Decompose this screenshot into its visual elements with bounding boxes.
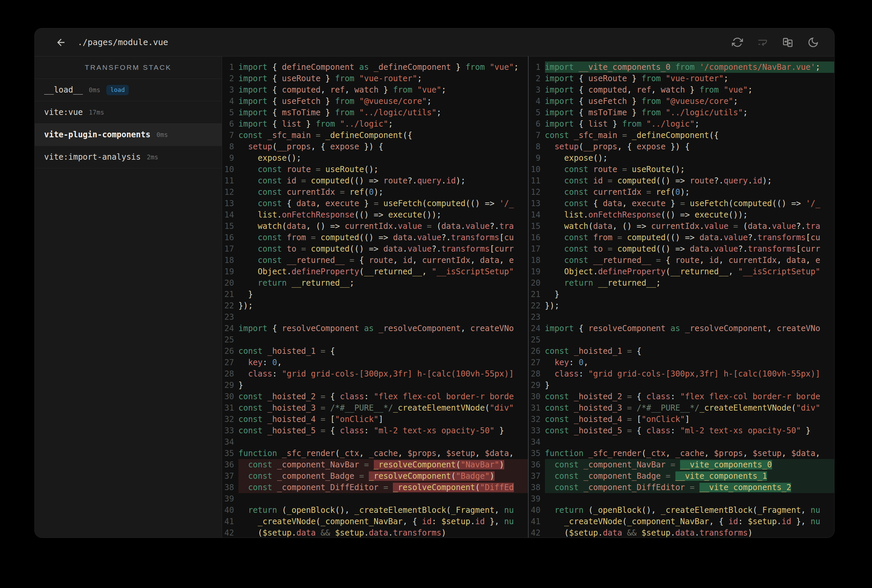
code-line-right-2: 2import { useRoute } from "vue-router";	[529, 73, 834, 84]
line-number: 31	[529, 402, 545, 414]
line-number: 20	[222, 277, 238, 289]
line-number: 19	[222, 266, 238, 277]
sidebar-item-vite-import-analysis[interactable]: vite:import-analysis2ms	[35, 146, 222, 168]
code-line-left-17: 17 const to = computed(() => data.value?…	[222, 243, 528, 255]
code-line-right-20: 20 return __returned__;	[529, 277, 834, 289]
line-number: 25	[529, 334, 545, 345]
line-number: 41	[222, 516, 238, 527]
code-text: const id = computed(() => route?.query.i…	[545, 175, 834, 186]
code-line-right-6: 6import { list } from "../logic";	[529, 118, 834, 130]
code-text: }	[238, 380, 528, 391]
code-text: key: 0,	[545, 357, 834, 368]
code-text: const _hoisted_5 = { class: "ml-2 text-x…	[545, 425, 834, 436]
line-number: 16	[222, 232, 238, 243]
code-text: import { useRoute } from "vue-router";	[545, 73, 834, 84]
code-text: list.onFetchResponse(() => execute());	[238, 209, 528, 220]
code-line-right-40: 40 return (_openBlock(), _createElementB…	[529, 504, 834, 516]
code-text: import __vite_components_0 from '/compon…	[545, 62, 834, 73]
plugin-name: vite:import-analysis	[44, 152, 141, 162]
code-line-left-36: 36 const _component_NavBar = _resolveCom…	[222, 459, 528, 470]
code-line-left-14: 14 list.onFetchResponse(() => execute())…	[222, 209, 528, 220]
code-text: const _hoisted_1 = {	[545, 345, 834, 357]
code-text	[238, 436, 528, 448]
code-text: ($setup.data && $setup.data.transforms)	[238, 527, 528, 537]
plugin-time: 0ms	[156, 131, 168, 138]
line-number: 2	[529, 73, 545, 84]
code-line-left-25: 25	[222, 334, 528, 345]
code-line-left-29: 29}	[222, 380, 528, 391]
line-number: 4	[222, 96, 238, 107]
code-line-left-11: 11 const id = computed(() => route?.quer…	[222, 175, 528, 186]
line-number: 6	[529, 118, 545, 130]
code-text: const _hoisted_4 = ["onClick"]	[238, 414, 528, 425]
code-text: Object.defineProperty(__returned__, "__i…	[238, 266, 528, 277]
code-line-left-35: 35function _sfc_render(_ctx, _cache, $pr…	[222, 448, 528, 459]
plugin-name: __load__	[44, 85, 83, 94]
code-line-right-13: 13 const { data, execute } = useFetch(co…	[529, 198, 834, 209]
code-line-right-39: 39	[529, 493, 834, 504]
code-text: const route = useRoute();	[545, 164, 834, 175]
code-text: import { list } from "../logic";	[545, 118, 834, 130]
code-pane-after[interactable]: 1import __vite_components_0 from '/compo…	[528, 57, 834, 537]
code-line-left-18: 18 const __returned__ = { route, id, cur…	[222, 255, 528, 266]
line-number: 15	[529, 220, 545, 232]
line-number: 30	[222, 391, 238, 402]
code-line-right-11: 11 const id = computed(() => route?.quer…	[529, 175, 834, 186]
line-number: 17	[222, 243, 238, 255]
sidebar-item--load-[interactable]: __load__0msload	[35, 79, 222, 101]
code-text: const to = computed(() => data.value?.tr…	[545, 243, 834, 255]
code-line-left-32: 32const _hoisted_4 = ["onClick"]	[222, 414, 528, 425]
line-number: 29	[529, 380, 545, 391]
line-number: 8	[529, 141, 545, 152]
code-text: const _hoisted_1 = {	[238, 345, 528, 357]
code-line-left-41: 41 _createVNode(_component_NavBar, { id:…	[222, 516, 528, 527]
one-to-one-toggle[interactable]	[757, 37, 768, 48]
line-number: 40	[529, 504, 545, 516]
line-number: 3	[529, 84, 545, 96]
code-text	[545, 311, 834, 323]
code-text: return (_openBlock(), _createElementBloc…	[545, 504, 834, 516]
line-number: 20	[529, 277, 545, 289]
code-text: const from = computed(() => data.value?.…	[545, 232, 834, 243]
code-text	[545, 334, 834, 345]
dark-mode-moon-icon	[807, 37, 819, 48]
code-text: }	[545, 289, 834, 300]
line-number: 31	[222, 402, 238, 414]
dark-mode-toggle[interactable]	[807, 37, 819, 48]
diff-toggle-button[interactable]	[782, 37, 794, 48]
code-text: const _component_NavBar = __vite_compone…	[545, 459, 834, 470]
code-text: list.onFetchResponse(() => execute());	[545, 209, 834, 220]
sidebar-item-vite-plugin-components[interactable]: vite-plugin-components0ms	[35, 124, 222, 146]
line-number: 7	[529, 130, 545, 141]
line-number: 28	[529, 368, 545, 380]
line-number: 42	[222, 527, 238, 537]
line-number: 8	[222, 141, 238, 152]
code-line-left-7: 7const _sfc_main = _defineComponent({	[222, 130, 528, 141]
code-line-right-1: 1import __vite_components_0 from '/compo…	[529, 62, 834, 73]
plugin-time: 2ms	[147, 153, 158, 161]
back-button[interactable]	[56, 37, 67, 48]
line-number: 18	[529, 255, 545, 266]
diff-view: 1import { defineComponent as _defineComp…	[222, 57, 834, 537]
line-number: 32	[222, 414, 238, 425]
code-text: watch(data, () => currentIdx.value = (da…	[545, 220, 834, 232]
code-line-right-22: 22});	[529, 300, 834, 311]
line-number: 32	[529, 414, 545, 425]
code-text: class: "grid grid-cols-[300px,3fr] h-[ca…	[238, 368, 528, 380]
refresh-button[interactable]	[732, 37, 743, 48]
code-text: const _component_Badge = _resolveCompone…	[238, 470, 528, 482]
code-line-right-34: 34	[529, 436, 834, 448]
code-line-left-30: 30const _hoisted_2 = { class: "flex flex…	[222, 391, 528, 402]
load-badge: load	[106, 85, 129, 95]
plugin-name: vite:vue	[44, 108, 83, 117]
line-number: 28	[222, 368, 238, 380]
code-pane-before[interactable]: 1import { defineComponent as _defineComp…	[222, 57, 528, 537]
code-line-left-5: 5import { msToTime } from "../logic/util…	[222, 107, 528, 118]
line-number: 14	[529, 209, 545, 220]
code-text	[238, 311, 528, 323]
code-text: const _hoisted_2 = { class: "flex flex-c…	[238, 391, 528, 402]
code-text: import { useRoute } from "vue-router";	[238, 73, 528, 84]
sidebar-item-vite-vue[interactable]: vite:vue17ms	[35, 101, 222, 124]
code-line-right-16: 16 const from = computed(() => data.valu…	[529, 232, 834, 243]
code-text: const _component_DiffEditor = __vite_com…	[545, 482, 834, 493]
